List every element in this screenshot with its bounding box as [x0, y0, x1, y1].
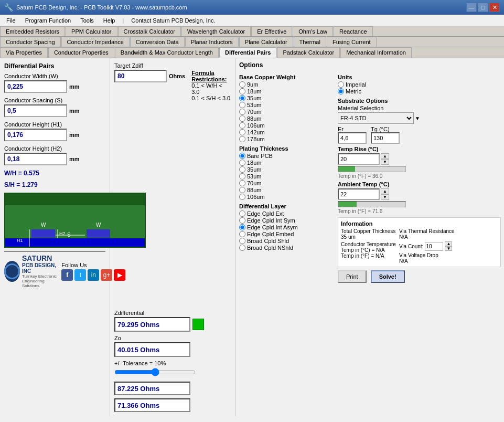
tab-via-properties[interactable]: Via Properties — [0, 47, 48, 58]
unit-imperial[interactable]: Imperial — [338, 81, 501, 88]
tab-fusing-current[interactable]: Fusing Current — [327, 37, 377, 47]
result-lower-input[interactable] — [114, 398, 190, 412]
plating-35um[interactable]: 35um — [239, 166, 334, 173]
unit-metric[interactable]: Metric — [338, 88, 501, 94]
ambient-up[interactable]: ▲ — [381, 188, 389, 194]
tab-padstack-calculator[interactable]: Padstack Calculator — [277, 47, 340, 58]
copper-106um[interactable]: 106um — [239, 122, 334, 129]
temp-rise-up[interactable]: ▲ — [381, 153, 389, 159]
via-count-up[interactable]: ▲ — [445, 241, 452, 246]
copper-88um[interactable]: 88um — [239, 115, 334, 122]
menu-tools[interactable]: Tools — [76, 16, 98, 25]
zdiff-result-input[interactable] — [114, 317, 190, 332]
options-panel: Options Base Copper Weight 9um 18um 35um… — [236, 58, 504, 416]
svg-rect-2 — [31, 229, 55, 238]
diff-edge-embed[interactable]: Edge Cpld Embed — [239, 231, 334, 237]
formula-restrictions: Formula Restrictions: 0.1 < W/H < 3.0 0.… — [191, 62, 231, 101]
er-input[interactable] — [338, 132, 367, 144]
minimize-button[interactable]: — — [466, 3, 477, 12]
conductor-height1-input[interactable]: 0,176 — [4, 129, 67, 141]
zdiff-result-group: Zdifferential — [114, 310, 231, 332]
via-count-spinner[interactable]: ▲ ▼ — [445, 241, 452, 251]
diff-edge-ext[interactable]: Edge Cpld Ext — [239, 210, 334, 217]
tab-er-effective[interactable]: Er Effective — [251, 26, 292, 36]
company-tagline: Turnkey Electronic Engineering Solutions — [22, 274, 57, 288]
material-select[interactable]: FR-4 STD FR-4 High Tg Rogers 4003 Rogers… — [338, 112, 414, 124]
copper-142um[interactable]: 142um — [239, 129, 334, 135]
copper-178um[interactable]: 178um — [239, 136, 334, 142]
menu-contact[interactable]: Contact Saturn PCB Design, Inc. — [127, 16, 219, 25]
ambient-temp-input[interactable] — [338, 188, 380, 200]
tab-reactance[interactable]: Reactance — [334, 26, 373, 36]
ambient-spinner[interactable]: ▲ ▼ — [381, 188, 389, 200]
plating-bare[interactable]: Bare PCB — [239, 153, 334, 159]
plating-70um[interactable]: 70um — [239, 180, 334, 186]
tab-bandwidth[interactable]: Bandwidth & Max Conductor Length — [115, 47, 219, 58]
menu-program-function[interactable]: Program Function — [21, 16, 75, 25]
tab-conductor-spacing[interactable]: Conductor Spacing — [0, 37, 61, 47]
result-upper-input[interactable] — [114, 382, 190, 395]
tab-conductor-properties[interactable]: Conductor Properties — [48, 47, 114, 58]
plating-53um[interactable]: 53um — [239, 173, 334, 180]
tab-wavelength-calculator[interactable]: Wavelength Calculator — [181, 26, 251, 36]
ambient-down[interactable]: ▼ — [381, 194, 389, 200]
temp-rise-down[interactable]: ▼ — [381, 159, 389, 165]
menu-file[interactable]: File — [2, 16, 20, 25]
via-count-input[interactable] — [425, 242, 443, 251]
diff-broad-shld[interactable]: Broad Cpld Shld — [239, 238, 334, 244]
linkedin-icon[interactable]: in — [88, 269, 99, 281]
zo-result-input[interactable] — [114, 342, 190, 357]
copper-53um[interactable]: 53um — [239, 102, 334, 108]
copper-70um[interactable]: 70um — [239, 109, 334, 115]
options-main-row: Base Copper Weight 9um 18um 35um 53um 70… — [239, 72, 501, 283]
via-count-down[interactable]: ▼ — [445, 246, 452, 251]
plating-group: Bare PCB 18um 35um 53um 70um 88um 106um — [239, 153, 334, 200]
plating-18um[interactable]: 18um — [239, 160, 334, 166]
diff-layer-title: Differential Layer — [239, 203, 334, 209]
tab-ppm-calculator[interactable]: PPM Calculator — [66, 26, 117, 36]
solve-button[interactable]: Solve! — [371, 270, 405, 283]
tab-planar-inductors[interactable]: Planar Inductors — [185, 37, 239, 47]
tolerance-slider[interactable] — [114, 368, 196, 376]
tab-crosstalk-calculator[interactable]: Crosstalk Calculator — [118, 26, 181, 36]
temp-rise-spinner[interactable]: ▲ ▼ — [381, 153, 389, 165]
plating-106um[interactable]: 106um — [239, 194, 334, 200]
ambient-progress-bar — [338, 201, 406, 207]
conductor-height2-input[interactable]: 0,18 — [4, 153, 67, 165]
tab-differential-pairs[interactable]: Differential Pairs — [219, 47, 276, 58]
dropdown-icon: ▼ — [415, 115, 420, 121]
tab-mechanical-information[interactable]: Mechanical Information — [340, 47, 412, 58]
conductor-width-input[interactable]: 0,225 — [4, 80, 67, 93]
diff-layer-group: Edge Cpld Ext Edge Cpld Int Sym Edge Cpl… — [239, 210, 334, 251]
tab-embedded-resistors[interactable]: Embedded Resistors — [0, 26, 65, 36]
tab-thermal[interactable]: Thermal — [294, 37, 326, 47]
conductor-spacing-input[interactable]: 0,5 — [4, 104, 67, 117]
tab-conversion-data[interactable]: Conversion Data — [130, 37, 185, 47]
tab-row-3: Via Properties Conductor Properties Band… — [0, 47, 504, 58]
left-panel: Differential Pairs Conductor Width (W) 0… — [0, 58, 110, 416]
temp-rise-input[interactable] — [338, 153, 380, 165]
copper-35um[interactable]: 35um — [239, 95, 334, 101]
diff-broad-nshld[interactable]: Broad Cpld NShld — [239, 245, 334, 251]
twitter-icon[interactable]: t — [74, 269, 86, 281]
target-zdiff-input[interactable] — [114, 70, 167, 82]
target-zdiff-label: Target Zdiff — [114, 62, 185, 69]
copper-18um[interactable]: 18um — [239, 88, 334, 94]
temp-rise-progress-fill — [338, 166, 355, 172]
diff-edge-int-sym[interactable]: Edge Cpld Int Sym — [239, 217, 334, 224]
conductor-height2-unit: mm — [69, 156, 80, 162]
facebook-icon[interactable]: f — [61, 269, 73, 281]
maximize-button[interactable]: □ — [478, 3, 488, 12]
menu-help[interactable]: Help — [99, 16, 120, 25]
diff-edge-int-asym[interactable]: Edge Cpld Int Asym — [239, 224, 334, 230]
close-button[interactable]: ✕ — [489, 3, 500, 12]
tg-input[interactable] — [371, 132, 400, 144]
copper-9um[interactable]: 9um — [239, 81, 334, 88]
tab-ohms-law[interactable]: Ohm's Law — [293, 26, 333, 36]
middle-panel: Target Zdiff Ohms Formula Restrictions: … — [110, 58, 236, 416]
tab-conductor-impedance[interactable]: Conductor Impedance — [61, 37, 130, 47]
print-button[interactable]: Print — [338, 270, 367, 283]
menu-separator: | — [122, 17, 124, 24]
plating-88um[interactable]: 88um — [239, 187, 334, 193]
tab-plane-calculator[interactable]: Plane Calculator — [239, 37, 293, 47]
